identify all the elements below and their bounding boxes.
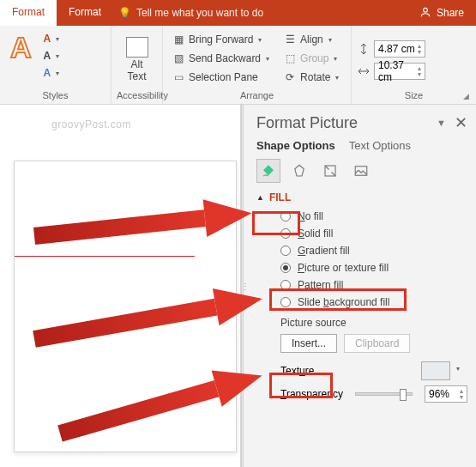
ribbon-tab-bar: Format Format 💡 Tell me what you want to… [0, 0, 476, 26]
radio-gradient-fill[interactable]: Gradient fill [280, 245, 467, 257]
radio-solid-fill[interactable]: Solid fill [280, 227, 467, 240]
fill-section-header[interactable]: ▲ Fill [256, 191, 467, 203]
group-label-arrange: Arrange [168, 90, 346, 102]
text-effects-icon: A [44, 67, 51, 79]
rotate-icon: ⟳ [283, 70, 297, 84]
transparency-label: Transparency [280, 388, 343, 400]
lightbulb-icon: 💡 [118, 7, 131, 19]
tell-me-search[interactable]: 💡 Tell me what you want to do [118, 0, 263, 26]
group-label-size: Size ◢ [357, 90, 471, 102]
send-backward-label: Send Backward [189, 52, 261, 64]
format-picture-pane: ⋮ Format Picture ▼ ✕ Shape Options Text … [240, 105, 476, 467]
share-button[interactable]: Share [419, 0, 476, 26]
group-label-accessibility: Accessibility [117, 90, 157, 102]
alt-text-button[interactable]: Alt Text [127, 59, 146, 82]
texture-label: Texture [280, 365, 314, 377]
spinner-icon[interactable]: ▴▾ [418, 65, 421, 77]
selection-pane-icon: ▭ [172, 70, 185, 84]
tab-format[interactable]: Format [57, 0, 113, 26]
bring-forward-button[interactable]: ▦ Bring Forward [168, 31, 273, 48]
texture-picker[interactable] [421, 361, 450, 380]
height-value: 4.87 cm [378, 43, 415, 55]
wordart-style-gallery[interactable]: A [5, 29, 37, 62]
picture-source-label: Picture source [280, 317, 467, 329]
tab-shape-options[interactable]: Shape Options [256, 139, 335, 152]
radio-no-fill[interactable]: No fill [280, 210, 467, 222]
clipboard-button: Clipboard [344, 334, 410, 353]
spinner-icon[interactable]: ▴▾ [418, 43, 421, 55]
group-icon: ⬚ [283, 52, 297, 65]
radio-picture-fill[interactable]: Picture or texture fill [280, 262, 467, 274]
group-label-styles: Styles [5, 90, 105, 102]
fill-line-icon[interactable] [256, 159, 280, 183]
size-properties-icon[interactable] [318, 159, 342, 183]
document-area: groovyPost.com [0, 105, 240, 467]
width-value: 10.37 cm [378, 59, 418, 83]
radio-slide-bg-fill[interactable]: Slide background fill [280, 296, 467, 308]
transparency-value: 96% [429, 388, 449, 400]
send-backward-button[interactable]: ▧ Send Backward [168, 50, 273, 67]
radio-no-fill-rest: o fill [305, 210, 323, 222]
transparency-input[interactable]: 96% ▴▾ [425, 385, 467, 403]
pane-menu-button[interactable]: ▼ [437, 118, 446, 128]
height-icon [357, 42, 371, 56]
picture-icon[interactable] [349, 159, 373, 183]
slider-thumb-icon[interactable] [400, 389, 407, 401]
align-button[interactable]: ☰ Align [280, 31, 342, 48]
svg-rect-3 [355, 167, 367, 176]
fill-section-label: Fill [269, 191, 291, 203]
width-icon [357, 64, 371, 78]
share-label: Share [437, 7, 464, 19]
width-input[interactable]: 10.37 cm ▴▾ [374, 63, 425, 80]
bring-forward-icon: ▦ [172, 33, 185, 46]
pane-resize-handle[interactable]: ⋮ [241, 105, 244, 467]
align-icon: ☰ [283, 33, 297, 46]
dialog-launcher-icon[interactable]: ◢ [463, 92, 469, 100]
text-fill-icon: A [44, 33, 51, 45]
selection-pane-button[interactable]: ▭ Selection Pane [168, 69, 273, 86]
spinner-icon[interactable]: ▴▾ [460, 388, 463, 400]
hotkey: N [298, 210, 305, 222]
slide-thumbnail[interactable] [14, 161, 237, 452]
bring-forward-label: Bring Forward [189, 33, 253, 45]
height-input[interactable]: 4.87 cm ▴▾ [374, 40, 425, 58]
close-icon[interactable]: ✕ [446, 113, 467, 132]
rotate-label: Rotate [300, 71, 330, 83]
shape-line [15, 256, 195, 257]
pane-title-text: Format Picture [256, 114, 358, 132]
radio-pattern-fill[interactable]: Pattern fill [280, 279, 467, 291]
svg-marker-1 [295, 165, 304, 176]
group-btn-label: Group [300, 52, 328, 64]
tab-text-options[interactable]: Text Options [349, 139, 411, 152]
text-effects-button[interactable]: A [40, 65, 63, 81]
insert-button[interactable]: Insert... [280, 334, 337, 353]
tab-format-active[interactable]: Format [0, 0, 57, 26]
text-outline-icon: A [44, 50, 51, 62]
text-outline-button[interactable]: A [40, 48, 63, 64]
watermark-text: groovyPost.com [0, 105, 240, 130]
group-button[interactable]: ⬚ Group [280, 50, 342, 67]
selection-pane-label: Selection Pane [189, 71, 258, 83]
alt-text-icon [126, 37, 148, 58]
collapse-icon: ▲ [256, 193, 264, 202]
align-label: Align [300, 33, 323, 45]
transparency-slider[interactable] [355, 392, 413, 396]
svg-point-0 [424, 8, 428, 12]
rotate-button[interactable]: ⟳ Rotate [280, 69, 342, 86]
ribbon-body: A A A A Styles Alt Text Accessibility [0, 26, 476, 105]
text-fill-button[interactable]: A [40, 31, 63, 46]
tell-me-label: Tell me what you want to do [136, 7, 263, 19]
send-backward-icon: ▧ [172, 52, 185, 65]
effects-icon[interactable] [287, 159, 311, 183]
share-icon [419, 6, 431, 21]
